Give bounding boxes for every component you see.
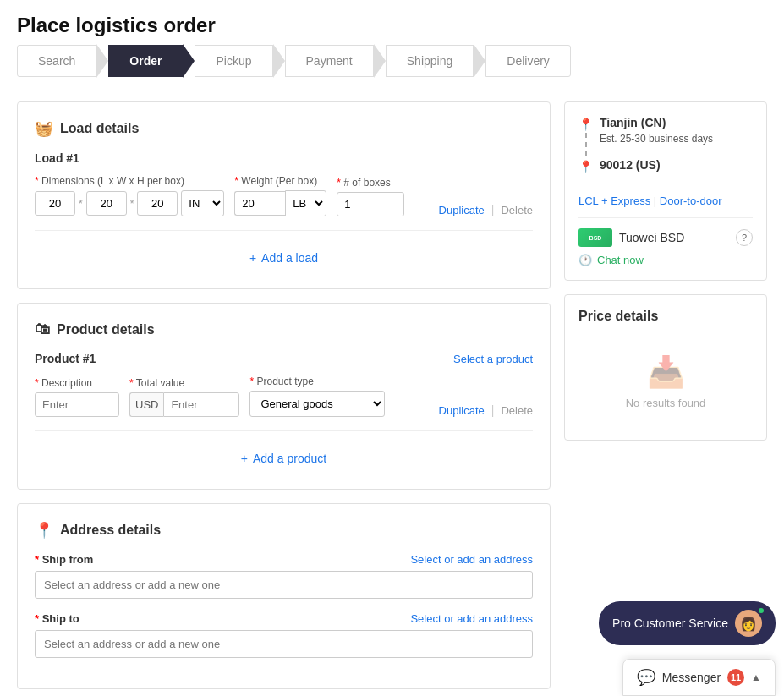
- dim2-input[interactable]: [86, 191, 127, 216]
- pro-avatar: 👩: [735, 610, 762, 637]
- step-pickup-btn[interactable]: Pickup: [195, 45, 272, 77]
- origin-location: Tianjin (CN): [600, 116, 713, 129]
- dim1-input[interactable]: [35, 191, 75, 216]
- carrier-row: BSD Tuowei BSD ?: [578, 228, 753, 247]
- boxes-field: * # of boxes: [337, 177, 404, 216]
- chat-now-btn[interactable]: 🕐 Chat now: [578, 254, 644, 266]
- product-label: Product #1: [35, 352, 96, 365]
- price-title: Price details: [578, 309, 753, 324]
- description-input[interactable]: [35, 392, 119, 417]
- weight-field: * Weight (Per box) LB KG: [234, 175, 326, 216]
- product-divider: [35, 430, 533, 431]
- load-actions: Duplicate | Delete: [439, 203, 533, 216]
- dim-sep-2: *: [130, 198, 134, 210]
- delete-product-btn[interactable]: Delete: [501, 404, 533, 417]
- ship-to-label: * Ship to: [35, 612, 79, 625]
- step-shipping-btn[interactable]: Shipping: [386, 45, 474, 77]
- ship-to-row: * Ship to Select or add an address: [35, 612, 533, 658]
- dim3-input[interactable]: [137, 191, 178, 216]
- address-icon: 📍: [35, 521, 53, 540]
- ship-to-input[interactable]: [35, 630, 533, 658]
- origin-pin-icon: 📍: [578, 118, 593, 131]
- no-results: 📥 No results found: [578, 337, 753, 426]
- boxes-input[interactable]: [337, 192, 404, 216]
- add-load-btn[interactable]: + Add a load: [35, 244, 533, 271]
- messenger-badge: 11: [727, 669, 744, 686]
- product-fields: * Description * Total value USD * Produc…: [35, 375, 533, 417]
- load-label: Load #1: [35, 151, 533, 165]
- delete-load-btn[interactable]: Delete: [501, 204, 533, 216]
- dim-unit-select[interactable]: IN CM: [181, 190, 224, 216]
- product-icon: 🛍: [35, 321, 50, 338]
- chat-icon: 🕐: [578, 254, 592, 266]
- messenger-bar[interactable]: 💬 Messenger 11 ▲: [622, 659, 776, 696]
- product-details-card: 🛍 Product details Product #1 Select a pr…: [17, 303, 551, 490]
- load-fields-row: * Dimensions (L x W x H per box) * * IN …: [35, 175, 533, 216]
- ship-from-label: * Ship from: [35, 553, 93, 566]
- load-divider: [35, 230, 533, 231]
- dimensions-field: * Dimensions (L x W x H per box) * * IN …: [35, 175, 224, 216]
- ship-from-select-btn[interactable]: Select or add an address: [410, 553, 533, 566]
- messenger-label: Messenger: [662, 671, 721, 684]
- ship-to-select-btn[interactable]: Select or add an address: [410, 612, 533, 625]
- service-type: LCL + Express | Door-to-door: [578, 195, 753, 207]
- step-delivery-btn[interactable]: Delivery: [485, 45, 571, 77]
- address-details-card: 📍 Address details * Ship from Select or …: [17, 503, 551, 689]
- description-label: * Description: [35, 377, 119, 389]
- description-field: * Description: [35, 377, 119, 417]
- dim-inputs: * * IN CM: [35, 190, 224, 216]
- step-delivery[interactable]: Delivery: [485, 45, 571, 77]
- destination-row: 📍 90012 (US): [578, 158, 753, 173]
- boxes-label: * # of boxes: [337, 177, 404, 189]
- pro-customer-service-btn[interactable]: Pro Customer Service 👩: [599, 601, 776, 645]
- product-header: Product #1 Select a product: [35, 352, 533, 365]
- weight-input[interactable]: [234, 191, 285, 216]
- step-payment-btn[interactable]: Payment: [285, 45, 374, 77]
- duplicate-product-btn[interactable]: Duplicate: [439, 404, 485, 417]
- inbox-icon: 📥: [647, 354, 685, 390]
- route-info-card: 📍 Tianjin (CN) Est. 25-30 business days …: [564, 101, 767, 281]
- messenger-icon: 💬: [637, 668, 655, 687]
- ship-from-input[interactable]: [35, 571, 533, 599]
- pro-service-label: Pro Customer Service: [612, 617, 728, 630]
- ship-to-header: * Ship to Select or add an address: [35, 612, 533, 625]
- load-icon: 🧺: [35, 119, 53, 138]
- no-results-text: No results found: [626, 397, 706, 409]
- plus-icon: +: [249, 251, 256, 265]
- total-value-field: * Total value USD: [129, 377, 239, 417]
- duplicate-load-btn[interactable]: Duplicate: [439, 204, 485, 216]
- plus-icon-product: +: [241, 452, 248, 465]
- origin-row: 📍 Tianjin (CN) Est. 25-30 business days: [578, 116, 753, 156]
- address-details-title: 📍 Address details: [35, 521, 533, 540]
- product-type-select[interactable]: General goods Electronics Textiles Machi…: [249, 391, 385, 417]
- step-search-btn[interactable]: Search: [17, 45, 96, 77]
- product-type-label: * Product type: [249, 375, 385, 387]
- select-product-btn[interactable]: Select a product: [453, 353, 533, 365]
- destination-location: 90012 (US): [600, 158, 661, 172]
- route-divider: [578, 184, 753, 184]
- value-input[interactable]: [163, 392, 239, 417]
- weight-label: * Weight (Per box): [234, 175, 326, 187]
- price-details-card: Price details 📥 No results found: [564, 294, 767, 441]
- load-details-card: 🧺 Load details Load #1 * Dimensions (L x…: [17, 101, 551, 289]
- step-search[interactable]: Search: [17, 45, 96, 77]
- product-actions: Duplicate | Delete: [439, 403, 533, 417]
- carrier-divider: [578, 217, 753, 218]
- step-payment[interactable]: Payment: [285, 45, 374, 77]
- dimensions-label: * Dimensions (L x W x H per box): [35, 175, 224, 187]
- total-value-label: * Total value: [129, 377, 239, 389]
- add-product-btn[interactable]: + Add a product: [35, 445, 533, 472]
- page-title: Place logistics order: [17, 14, 767, 37]
- step-pickup[interactable]: Pickup: [195, 45, 272, 77]
- step-shipping[interactable]: Shipping: [386, 45, 474, 77]
- destination-pin-icon: 📍: [578, 158, 593, 173]
- route-days: Est. 25-30 business days: [600, 133, 713, 145]
- step-order-btn[interactable]: Order: [108, 45, 183, 77]
- value-group: USD: [129, 392, 239, 417]
- product-details-title: 🛍 Product details: [35, 321, 533, 338]
- messenger-chevron: ▲: [751, 671, 761, 683]
- step-order[interactable]: Order: [108, 45, 183, 77]
- carrier-help-btn[interactable]: ?: [736, 229, 753, 246]
- weight-unit-select[interactable]: LB KG: [285, 190, 326, 216]
- product-type-field: * Product type General goods Electronics…: [249, 375, 385, 417]
